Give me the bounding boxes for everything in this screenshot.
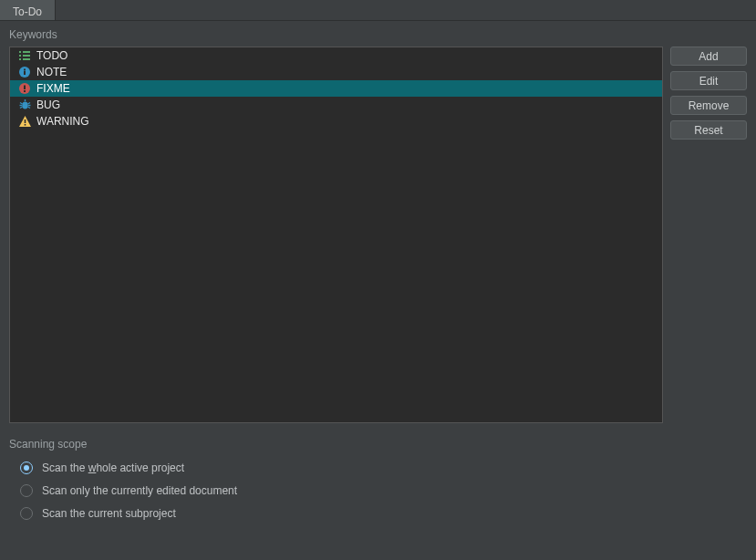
keyword-row-note[interactable]: NOTE (10, 64, 662, 80)
svg-rect-11 (24, 90, 26, 92)
svg-rect-1 (23, 51, 30, 53)
radio-icon (20, 484, 33, 497)
bug-icon (18, 99, 31, 111)
scope-label: Scan the current subproject (42, 507, 176, 520)
svg-rect-21 (24, 119, 26, 123)
svg-point-12 (22, 102, 27, 109)
radio-icon (20, 461, 33, 474)
error-icon (18, 82, 31, 95)
scope-label: Scan the whole active project (42, 461, 184, 474)
keywords-title: Keywords (9, 28, 747, 41)
svg-line-16 (20, 107, 23, 109)
remove-button[interactable]: Remove (670, 96, 747, 115)
svg-rect-10 (24, 86, 26, 90)
svg-rect-8 (24, 69, 26, 71)
keyword-label: NOTE (36, 66, 67, 78)
svg-rect-7 (24, 71, 26, 75)
svg-rect-3 (23, 55, 30, 57)
keywords-section: Keywords TODO NOTE FIXME (0, 21, 756, 427)
scanning-scope-section: Scanning scope Scan the whole active pro… (0, 427, 756, 528)
scope-option-1[interactable]: Scan only the currently edited document (9, 479, 747, 502)
keywords-buttons: Add Edit Remove Reset (670, 47, 747, 423)
keywords-list[interactable]: TODO NOTE FIXME BUG WARNING (9, 47, 663, 423)
svg-rect-5 (23, 58, 30, 60)
svg-line-14 (20, 103, 23, 105)
scanning-scope-title: Scanning scope (9, 438, 747, 451)
warning-icon (18, 115, 31, 128)
tab-todo[interactable]: To-Do (0, 0, 56, 20)
keyword-label: WARNING (36, 115, 89, 128)
radio-icon (20, 507, 33, 520)
keyword-row-todo[interactable]: TODO (10, 47, 662, 64)
svg-rect-0 (19, 51, 21, 53)
keyword-label: FIXME (36, 82, 70, 95)
keyword-label: BUG (36, 99, 60, 111)
svg-line-17 (27, 107, 30, 109)
keyword-row-fixme[interactable]: FIXME (10, 80, 662, 97)
svg-line-15 (27, 103, 30, 105)
scope-option-0[interactable]: Scan the whole active project (9, 456, 747, 479)
scope-option-2[interactable]: Scan the current subproject (9, 502, 747, 524)
add-button[interactable]: Add (670, 47, 747, 66)
edit-button[interactable]: Edit (670, 71, 747, 90)
svg-rect-4 (19, 58, 21, 60)
keyword-label: TODO (36, 49, 67, 62)
tabbar: To-Do (0, 0, 756, 21)
info-icon (18, 66, 31, 78)
keyword-row-warning[interactable]: WARNING (10, 113, 662, 130)
svg-rect-22 (24, 124, 26, 126)
svg-rect-2 (19, 55, 21, 57)
list-icon (18, 49, 31, 62)
reset-button[interactable]: Reset (670, 120, 747, 140)
scope-label: Scan only the currently edited document (42, 484, 237, 497)
keyword-row-bug[interactable]: BUG (10, 97, 662, 113)
